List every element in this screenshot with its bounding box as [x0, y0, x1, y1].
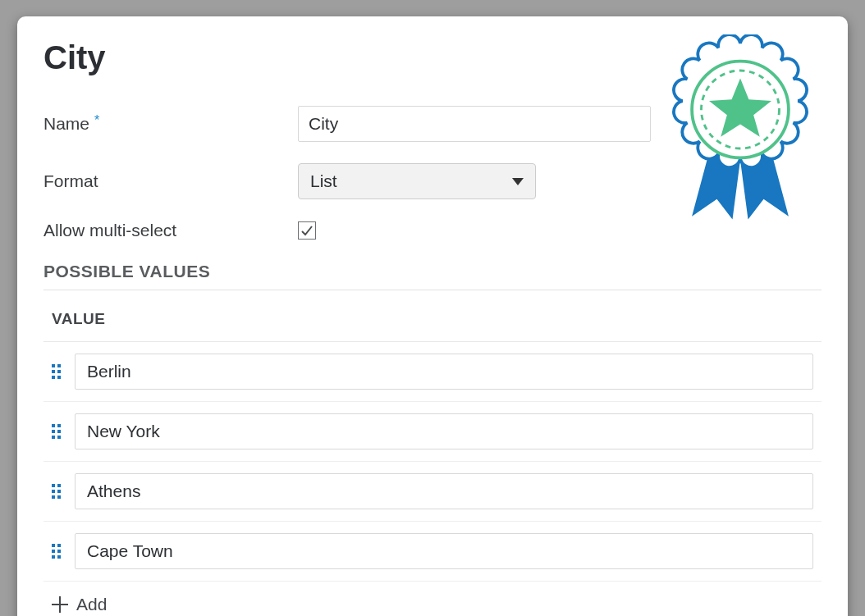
value-row [43, 462, 822, 522]
value-input[interactable] [75, 473, 813, 509]
value-row [43, 402, 822, 462]
name-input[interactable] [298, 106, 651, 142]
drag-handle-icon[interactable] [52, 543, 63, 559]
multiselect-label: Allow multi-select [43, 221, 298, 240]
format-row: Format List [43, 163, 822, 199]
drag-handle-icon[interactable] [52, 423, 63, 440]
value-row [43, 522, 822, 582]
drag-handle-icon[interactable] [52, 363, 63, 380]
multiselect-row: Allow multi-select [43, 221, 822, 240]
checkmark-icon [300, 224, 314, 237]
name-row: Name * [43, 106, 822, 142]
chevron-down-icon [512, 178, 524, 185]
possible-values-header: Possible Values [43, 262, 822, 290]
value-column-header: Value [43, 290, 822, 342]
add-value-button[interactable]: Add [43, 582, 822, 616]
value-row [43, 342, 822, 402]
plus-icon [52, 596, 68, 613]
format-select[interactable]: List [298, 163, 536, 199]
required-asterisk-icon: * [94, 113, 99, 128]
value-input[interactable] [75, 413, 813, 449]
name-label-text: Name [43, 114, 89, 134]
value-input[interactable] [75, 354, 813, 390]
attribute-editor-card: City Name * Format List Allow multi [17, 16, 848, 616]
page-title: City [43, 39, 822, 76]
format-label: Format [43, 171, 298, 191]
name-label: Name * [43, 114, 298, 134]
multiselect-checkbox[interactable] [298, 221, 316, 240]
add-label: Add [76, 595, 107, 614]
drag-handle-icon[interactable] [52, 483, 63, 500]
value-rows-container [43, 342, 822, 582]
value-input[interactable] [75, 533, 813, 569]
format-select-value: List [310, 171, 512, 191]
